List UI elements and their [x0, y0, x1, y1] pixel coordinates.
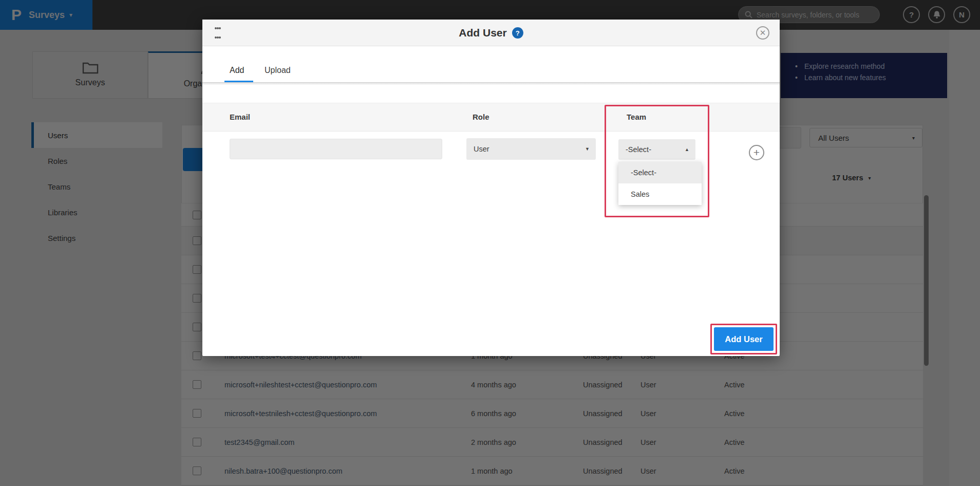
screen: P Surveys ▾ ? N [0, 0, 980, 486]
modal-tab-upload[interactable]: Upload [265, 66, 291, 75]
form-header-row: Email Role Team [202, 103, 780, 132]
modal-title: Add User [459, 27, 506, 39]
column-label-role: Role [473, 113, 489, 121]
team-options-dropdown: -Select- Sales [618, 162, 702, 205]
modal-header: Add User ? ✕ [202, 20, 780, 46]
team-select-value: -Select- [626, 145, 685, 154]
column-label-email: Email [230, 113, 250, 121]
close-icon: ✕ [760, 28, 766, 38]
chevron-down-icon: ▼ [585, 146, 590, 152]
add-row-button[interactable]: + [749, 145, 764, 160]
modal-close-button[interactable]: ✕ [756, 26, 769, 40]
tabs-divider-shadow [202, 83, 780, 85]
email-field[interactable] [230, 139, 442, 159]
add-user-submit-button[interactable]: Add User [714, 327, 774, 351]
team-select[interactable]: -Select- ▲ [618, 139, 695, 160]
role-select-value: User [474, 145, 585, 153]
help-icon: ? [516, 29, 520, 37]
role-select[interactable]: User ▼ [466, 138, 596, 160]
plus-icon: + [753, 146, 760, 158]
modal-help-button[interactable]: ? [512, 27, 523, 39]
column-label-team: Team [627, 113, 646, 121]
modal-tab-add[interactable]: Add [230, 66, 244, 75]
team-option-select[interactable]: -Select- [618, 162, 702, 183]
team-option-sales[interactable]: Sales [618, 183, 702, 205]
chevron-up-icon: ▲ [685, 147, 689, 152]
add-user-modal: Add User ? ✕ Add Upload Email Role Team … [202, 20, 780, 356]
